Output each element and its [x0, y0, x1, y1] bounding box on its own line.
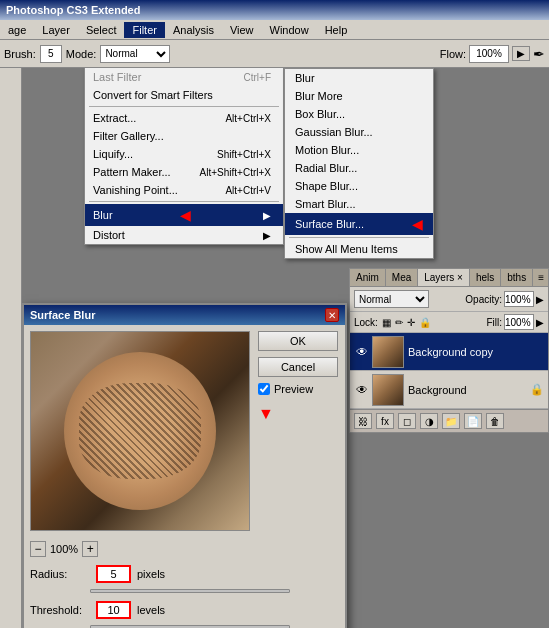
- zoom-value: 100%: [50, 543, 78, 555]
- opacity-area: Opacity: ▶: [465, 291, 544, 307]
- layer-thumb-image-bg: [373, 375, 403, 405]
- menu-bar: age Layer Select Filter Analysis View Wi…: [0, 20, 549, 40]
- layers-bottom: ⛓ fx ◻ ◑ 📁 📄 🗑: [350, 409, 548, 432]
- cancel-button[interactable]: Cancel: [258, 357, 338, 377]
- opacity-label: Opacity:: [465, 294, 502, 305]
- fill-area: Fill: ▶: [486, 314, 544, 330]
- filter-blur[interactable]: Blur ◀ ▶: [85, 204, 283, 226]
- blur-gaussian[interactable]: Gaussian Blur...: [285, 123, 433, 141]
- layer-row-background-copy[interactable]: 👁 Background copy: [350, 333, 548, 371]
- mode-select[interactable]: Normal: [100, 45, 170, 63]
- zoom-controls: − 100% +: [30, 541, 339, 557]
- menu-item-analysis[interactable]: Analysis: [165, 22, 222, 38]
- filter-vanishing-point[interactable]: Vanishing Point... Alt+Ctrl+V: [85, 181, 283, 199]
- separator-1: [89, 106, 279, 107]
- tab-mea[interactable]: Mea: [386, 269, 418, 286]
- menu-item-window[interactable]: Window: [262, 22, 317, 38]
- new-layer-btn[interactable]: 📄: [464, 413, 482, 429]
- zoom-out-btn[interactable]: −: [30, 541, 46, 557]
- lock-transparency-icon[interactable]: ▦: [382, 317, 391, 328]
- blur-smart[interactable]: Smart Blur...: [285, 195, 433, 213]
- radius-unit: pixels: [137, 568, 165, 580]
- layers-toolbar: Normal Opacity: ▶: [350, 287, 548, 312]
- app-title: Photoshop CS3 Extended: [6, 4, 140, 16]
- flow-input[interactable]: [469, 45, 509, 63]
- opacity-arrow[interactable]: ▶: [536, 294, 544, 305]
- filter-gallery[interactable]: Filter Gallery...: [85, 127, 283, 145]
- lock-all-icon[interactable]: 🔒: [419, 317, 431, 328]
- opacity-input[interactable]: [504, 291, 534, 307]
- add-mask-btn[interactable]: ◻: [398, 413, 416, 429]
- blur-blur-more[interactable]: Blur More: [285, 87, 433, 105]
- airbrush-icon[interactable]: ✒: [533, 46, 545, 62]
- menu-item-layer[interactable]: Layer: [34, 22, 78, 38]
- lock-row: Lock: ▦ ✏ ✛ 🔒 Fill: ▶: [350, 312, 548, 333]
- blur-motion[interactable]: Motion Blur...: [285, 141, 433, 159]
- dialog-controls: OK Cancel Preview ▼: [258, 331, 338, 531]
- lock-paint-icon[interactable]: ✏: [395, 317, 403, 328]
- fill-arrow[interactable]: ▶: [536, 317, 544, 328]
- face-image: [64, 352, 217, 510]
- mode-label: Mode:: [66, 48, 97, 60]
- flow-increase-btn[interactable]: ▶: [512, 46, 530, 61]
- delete-layer-btn[interactable]: 🗑: [486, 413, 504, 429]
- tab-layers[interactable]: Layers ×: [418, 269, 470, 286]
- blur-blur[interactable]: Blur: [285, 69, 433, 87]
- radius-slider[interactable]: [90, 589, 290, 593]
- tab-hels[interactable]: hels: [470, 269, 501, 286]
- radius-input[interactable]: [96, 565, 131, 583]
- menu-item-select[interactable]: Select: [78, 22, 125, 38]
- layer-thumb-background-copy: [372, 336, 404, 368]
- layer-eye-background[interactable]: 👁: [354, 382, 370, 398]
- preview-checkbox[interactable]: [258, 383, 270, 395]
- menu-item-filter[interactable]: Filter: [124, 22, 164, 38]
- ok-button[interactable]: OK: [258, 331, 338, 351]
- filter-liquify[interactable]: Liquify... Shift+Ctrl+X: [85, 145, 283, 163]
- menu-item-page[interactable]: age: [0, 22, 34, 38]
- blur-surface[interactable]: Surface Blur... ◀: [285, 213, 433, 235]
- zoom-in-btn[interactable]: +: [82, 541, 98, 557]
- show-all-items[interactable]: Show All Menu Items: [285, 240, 433, 258]
- fill-input[interactable]: [504, 314, 534, 330]
- filter-extract[interactable]: Extract... Alt+Ctrl+X: [85, 109, 283, 127]
- new-adjustment-btn[interactable]: ◑: [420, 413, 438, 429]
- new-group-btn[interactable]: 📁: [442, 413, 460, 429]
- filter-distort[interactable]: Distort ▶: [85, 226, 283, 244]
- layer-thumb-image-copy: [373, 337, 403, 367]
- tab-anim[interactable]: Anim: [350, 269, 386, 286]
- blur-radial[interactable]: Radial Blur...: [285, 159, 433, 177]
- filter-convert-smart[interactable]: Convert for Smart Filters: [85, 86, 283, 104]
- layer-name-background: Background: [408, 384, 530, 396]
- main-area: Last Filter Ctrl+F Convert for Smart Fil…: [0, 68, 549, 628]
- layers-options-btn[interactable]: ≡: [534, 270, 548, 285]
- brush-size-input[interactable]: [40, 45, 62, 63]
- layer-thumb-background: [372, 374, 404, 406]
- fill-label: Fill:: [486, 317, 502, 328]
- blend-mode-select[interactable]: Normal: [354, 290, 429, 308]
- lock-position-icon[interactable]: ✛: [407, 317, 415, 328]
- fx-btn[interactable]: fx: [376, 413, 394, 429]
- link-layers-btn[interactable]: ⛓: [354, 413, 372, 429]
- dialog-bottom: − 100% + Radius: pixels Threshold: level…: [24, 537, 345, 628]
- menu-item-help[interactable]: Help: [317, 22, 356, 38]
- blur-shape[interactable]: Shape Blur...: [285, 177, 433, 195]
- dialog-title-text: Surface Blur: [30, 309, 95, 321]
- menu-item-view[interactable]: View: [222, 22, 262, 38]
- blur-box[interactable]: Box Blur...: [285, 105, 433, 123]
- threshold-unit: levels: [137, 604, 165, 616]
- layer-row-background[interactable]: 👁 Background 🔒: [350, 371, 548, 409]
- threshold-input[interactable]: [96, 601, 131, 619]
- canvas-area: Last Filter Ctrl+F Convert for Smart Fil…: [22, 68, 549, 628]
- separator-2: [89, 201, 279, 202]
- flow-label: Flow:: [440, 48, 466, 60]
- dialog-close-btn[interactable]: ✕: [325, 308, 339, 322]
- threshold-row: Threshold: levels: [30, 601, 339, 619]
- dialog-title-bar: Surface Blur ✕: [24, 305, 345, 325]
- filter-pattern-maker[interactable]: Pattern Maker... Alt+Shift+Ctrl+X: [85, 163, 283, 181]
- tab-bths[interactable]: bths: [501, 269, 533, 286]
- filter-dropdown: Last Filter Ctrl+F Convert for Smart Fil…: [84, 68, 284, 245]
- filter-last-filter[interactable]: Last Filter Ctrl+F: [85, 68, 283, 86]
- layer-eye-background-copy[interactable]: 👁: [354, 344, 370, 360]
- threshold-label: Threshold:: [30, 604, 90, 616]
- surface-blur-dialog: Surface Blur ✕ OK Cancel Preview ▼: [22, 303, 347, 628]
